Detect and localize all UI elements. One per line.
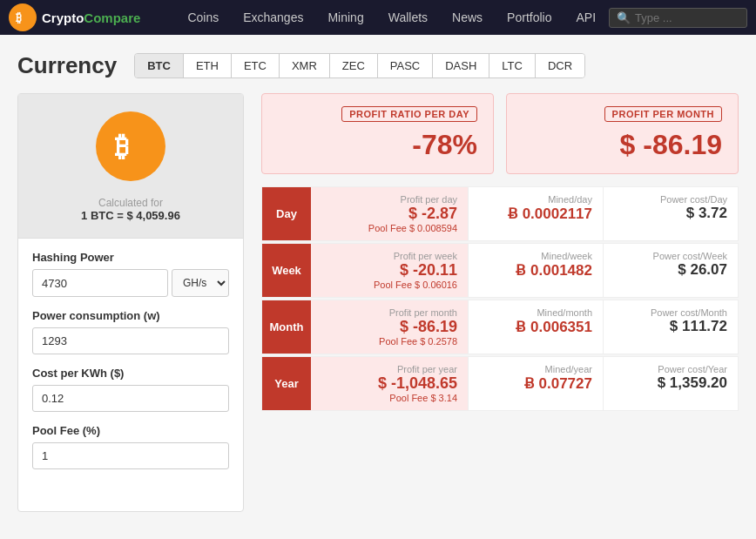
profit-month-value: $ -86.19	[523, 129, 722, 161]
tab-ltc[interactable]: LTC	[489, 54, 536, 77]
profit-sub-value: Pool Fee $ 0.2578	[321, 336, 457, 347]
profit-cell: Profit per year $ -1,048.65 Pool Fee $ 3…	[311, 357, 468, 410]
power-cell: Power cost/Year $ 1,359.20	[603, 357, 738, 410]
profit-period-label: Profit per week	[321, 251, 457, 261]
mined-cell: Mined/year Ƀ 0.07727	[468, 357, 603, 410]
top-cards: PROFIT RATIO PER DAY -78% PROFIT PER MON…	[261, 93, 739, 174]
nav-news[interactable]: News	[440, 0, 495, 35]
calc-label: Calculated for	[81, 197, 180, 209]
profit-month-card: PROFIT PER MONTH $ -86.19	[506, 93, 739, 174]
period-label: Month	[262, 300, 311, 354]
mined-main-value: Ƀ 0.006351	[479, 318, 592, 336]
pool-fee-input[interactable]	[32, 442, 229, 469]
page-content: Currency BTC ETH ETC XMR ZEC PASC DASH L…	[0, 35, 756, 539]
currency-header: Currency BTC ETH ETC XMR ZEC PASC DASH L…	[17, 52, 739, 79]
profit-main-value: $ -2.87	[321, 205, 457, 223]
power-main-value: $ 111.72	[614, 318, 727, 335]
profit-cell: Profit per day $ -2.87 Pool Fee $ 0.0085…	[311, 187, 468, 240]
nav-links: Coins Exchanges Mining Wallets News Port…	[175, 0, 609, 35]
table-row: Day Profit per day $ -2.87 Pool Fee $ 0.…	[261, 186, 739, 241]
tab-btc[interactable]: BTC	[135, 54, 184, 77]
power-label: Power cost/Month	[614, 307, 727, 318]
power-cell: Power cost/Day $ 3.72	[603, 187, 738, 240]
nav-coins[interactable]: Coins	[175, 0, 231, 35]
profit-ratio-card: PROFIT RATIO PER DAY -78%	[261, 93, 494, 174]
profit-sub-value: Pool Fee $ 0.06016	[321, 280, 457, 290]
nav-mining[interactable]: Mining	[315, 0, 375, 35]
navbar: ₿ CryptoCompare Coins Exchanges Mining W…	[0, 0, 756, 35]
period-label: Year	[262, 357, 311, 410]
cost-kwh-group: Cost per KWh ($)	[32, 367, 229, 412]
profit-month-label: PROFIT PER MONTH	[604, 106, 722, 122]
power-main-value: $ 3.72	[614, 205, 727, 222]
power-label: Power cost/Day	[614, 194, 727, 205]
hashing-power-group: Hashing Power GH/s TH/s MH/s	[32, 251, 229, 297]
logo-text: CryptoCompare	[42, 10, 140, 25]
hashing-unit-select[interactable]: GH/s TH/s MH/s	[172, 269, 229, 297]
period-label: Day	[262, 187, 311, 240]
profit-main-value: $ -86.19	[321, 318, 457, 336]
power-consumption-input[interactable]	[32, 327, 229, 354]
hashing-power-input[interactable]	[32, 269, 168, 297]
svg-text:₿: ₿	[16, 10, 22, 24]
coin-icon-area: ₿ Calculated for 1 BTC = $ 4,059.96	[18, 94, 243, 239]
calc-value: 1 BTC = $ 4,059.96	[81, 209, 180, 222]
right-panel: PROFIT RATIO PER DAY -78% PROFIT PER MON…	[261, 93, 739, 512]
left-panel: ₿ Calculated for 1 BTC = $ 4,059.96 Hash…	[17, 93, 244, 512]
nav-portfolio[interactable]: Portfolio	[495, 0, 564, 35]
btc-icon: ₿	[96, 111, 165, 181]
tab-eth[interactable]: ETH	[184, 54, 232, 77]
tab-etc[interactable]: ETC	[232, 54, 280, 77]
data-table: Day Profit per day $ -2.87 Pool Fee $ 0.…	[261, 186, 739, 411]
profit-sub-value: Pool Fee $ 3.14	[321, 393, 457, 403]
mined-cell: Mined/month Ƀ 0.006351	[468, 300, 603, 354]
mined-label: Mined/month	[479, 307, 592, 318]
table-row: Week Profit per week $ -20.11 Pool Fee $…	[261, 243, 739, 298]
calc-for: Calculated for 1 BTC = $ 4,059.96	[81, 190, 180, 229]
main-content: ₿ Calculated for 1 BTC = $ 4,059.96 Hash…	[17, 93, 739, 512]
mined-cell: Mined/day Ƀ 0.0002117	[468, 187, 603, 240]
pool-fee-label: Pool Fee (%)	[32, 424, 229, 437]
profit-main-value: $ -1,048.65	[321, 374, 457, 393]
nav-api[interactable]: API	[564, 0, 608, 35]
hashing-power-label: Hashing Power	[32, 251, 229, 264]
page-title: Currency	[17, 52, 117, 79]
profit-cell: Profit per week $ -20.11 Pool Fee $ 0.06…	[311, 244, 468, 297]
search-bar[interactable]: 🔍	[609, 8, 747, 28]
tab-pasc[interactable]: PASC	[378, 54, 433, 77]
table-row: Month Profit per month $ -86.19 Pool Fee…	[261, 300, 739, 354]
profit-cell: Profit per month $ -86.19 Pool Fee $ 0.2…	[311, 300, 468, 354]
mined-label: Mined/year	[479, 364, 592, 374]
tab-xmr[interactable]: XMR	[280, 54, 330, 77]
tab-zec[interactable]: ZEC	[330, 54, 378, 77]
table-row: Year Profit per year $ -1,048.65 Pool Fe…	[261, 356, 739, 411]
logo[interactable]: ₿ CryptoCompare	[9, 3, 158, 31]
profit-period-label: Profit per day	[321, 194, 457, 205]
profit-main-value: $ -20.11	[321, 261, 457, 280]
currency-tabs: BTC ETH ETC XMR ZEC PASC DASH LTC DCR	[134, 53, 585, 78]
power-label: Power cost/Year	[614, 364, 727, 374]
profit-ratio-value: -78%	[278, 129, 477, 161]
mined-main-value: Ƀ 0.001482	[479, 261, 592, 280]
profit-period-label: Profit per year	[321, 364, 457, 374]
power-consumption-label: Power consumption (w)	[32, 309, 229, 322]
profit-period-label: Profit per month	[321, 307, 457, 318]
nav-exchanges[interactable]: Exchanges	[231, 0, 315, 35]
nav-wallets[interactable]: Wallets	[376, 0, 440, 35]
power-main-value: $ 26.07	[614, 261, 727, 279]
cost-kwh-input[interactable]	[32, 385, 229, 412]
search-input[interactable]	[635, 11, 739, 24]
mined-main-value: Ƀ 0.07727	[479, 374, 592, 393]
form-area: Hashing Power GH/s TH/s MH/s Power consu…	[18, 239, 243, 494]
search-icon: 🔍	[617, 11, 631, 24]
power-label: Power cost/Week	[614, 251, 727, 261]
tab-dcr[interactable]: DCR	[536, 54, 584, 77]
cost-kwh-label: Cost per KWh ($)	[32, 367, 229, 380]
period-label: Week	[262, 244, 311, 297]
profit-ratio-label: PROFIT RATIO PER DAY	[341, 106, 477, 122]
svg-text:₿: ₿	[115, 131, 129, 162]
power-cell: Power cost/Week $ 26.07	[603, 244, 738, 297]
tab-dash[interactable]: DASH	[433, 54, 489, 77]
mined-label: Mined/day	[479, 194, 592, 205]
power-cell: Power cost/Month $ 111.72	[603, 300, 738, 354]
